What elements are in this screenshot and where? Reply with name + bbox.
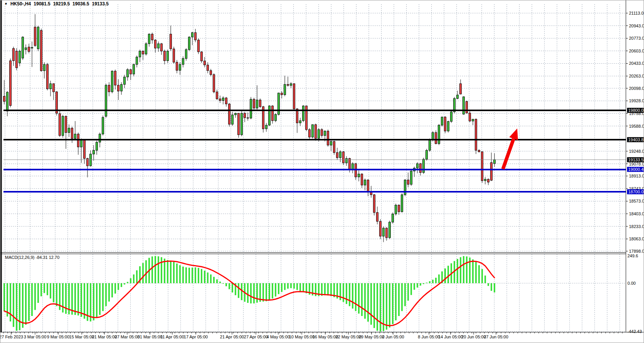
candle-body[interactable] (68, 128, 70, 133)
candle-body[interactable] (327, 131, 329, 145)
time-tick-label[interactable]: 10 May 05:00 (289, 335, 315, 339)
candle-body[interactable] (441, 117, 443, 125)
time-tick-label[interactable]: 4 May 05:00 (267, 335, 290, 339)
candle-body[interactable] (244, 113, 246, 118)
candle-body[interactable] (395, 205, 397, 214)
candle-body[interactable] (241, 113, 243, 135)
candle-body[interactable] (213, 74, 215, 92)
time-tick-label[interactable]: 20 Jun 05:00 (461, 335, 486, 339)
time-tick-label[interactable]: 11 Apr 05:00 (160, 335, 184, 339)
candle-body[interactable] (352, 164, 354, 169)
candle-body[interactable] (299, 121, 301, 123)
candle-body[interactable] (333, 142, 335, 153)
time-tick-label[interactable]: 21 Mar 05:00 (92, 335, 117, 339)
candle-body[interactable] (491, 162, 493, 180)
candle-body[interactable] (469, 113, 471, 121)
candle-body[interactable] (19, 51, 21, 63)
candle-body[interactable] (16, 51, 18, 68)
price-chart-svg[interactable] (0, 0, 644, 343)
time-tick-label[interactable]: 8 Jun 05:00 (418, 335, 440, 339)
candle-body[interactable] (167, 51, 169, 61)
candle-body[interactable] (275, 115, 277, 121)
candle-body[interactable] (195, 32, 197, 40)
candle-body[interactable] (426, 150, 428, 159)
candle-body[interactable] (90, 154, 92, 166)
candle-body[interactable] (207, 65, 209, 71)
candle-body[interactable] (148, 34, 150, 44)
candle-body[interactable] (40, 30, 42, 71)
candle-body[interactable] (65, 116, 67, 132)
candle-body[interactable] (3, 96, 5, 101)
candle-body[interactable] (155, 40, 156, 48)
candle-body[interactable] (343, 152, 345, 163)
candle-body[interactable] (176, 62, 178, 70)
candle-body[interactable] (71, 128, 73, 139)
time-tick-label[interactable]: 14 Jun 05:00 (438, 335, 463, 339)
time-tick-label[interactable]: 15 Mar 05:00 (69, 335, 94, 339)
candle-body[interactable] (281, 93, 283, 95)
candle-body[interactable] (210, 71, 212, 74)
candle-body[interactable] (364, 180, 366, 185)
candle-body[interactable] (185, 50, 187, 59)
candle-body[interactable] (192, 32, 193, 37)
candle-body[interactable] (336, 152, 338, 157)
candle-body[interactable] (383, 228, 385, 236)
candle-body[interactable] (25, 48, 27, 50)
time-tick-label[interactable]: 3 Mar 05:00 (24, 335, 47, 339)
time-tick-label[interactable]: 29 May 05:00 (359, 335, 385, 339)
candle-body[interactable] (158, 44, 160, 48)
candle-body[interactable] (37, 27, 39, 49)
candle-body[interactable] (102, 117, 104, 134)
candle-body[interactable] (216, 92, 218, 99)
candle-body[interactable] (142, 51, 144, 54)
candle-body[interactable] (269, 106, 271, 125)
price-highlight-label[interactable]: 19000.4 (627, 167, 644, 172)
candle-body[interactable] (293, 84, 295, 109)
candle-body[interactable] (420, 164, 422, 172)
candle-body[interactable] (204, 61, 206, 65)
candle-body[interactable] (34, 27, 36, 46)
candle-body[interactable] (444, 117, 446, 131)
candle-body[interactable] (346, 159, 348, 163)
candle-body[interactable] (256, 100, 258, 108)
candle-body[interactable] (386, 228, 388, 238)
candle-body[interactable] (484, 179, 486, 181)
candle-body[interactable] (287, 84, 289, 85)
candle-body[interactable] (145, 44, 147, 54)
price-highlight-label[interactable]: 19800.0 (627, 108, 644, 113)
time-tick-label[interactable]: 17 Apr 05:00 (184, 335, 208, 339)
candle-body[interactable] (62, 116, 64, 135)
candle-body[interactable] (250, 99, 252, 118)
candle-body[interactable] (50, 84, 52, 89)
candle-body[interactable] (423, 159, 425, 173)
candle-body[interactable] (59, 114, 61, 136)
candle-body[interactable] (53, 84, 55, 92)
candle-body[interactable] (22, 37, 24, 58)
candle-body[interactable] (290, 84, 292, 85)
candle-body[interactable] (47, 64, 49, 89)
time-tick-label[interactable]: 31 Mar 05:00 (138, 335, 163, 339)
candle-body[interactable] (105, 85, 107, 117)
candle-body[interactable] (466, 101, 468, 113)
candle-body[interactable] (488, 179, 489, 182)
time-tick-label[interactable]: 27 Mar 05:00 (115, 335, 140, 339)
candle-body[interactable] (432, 133, 434, 140)
candle-body[interactable] (303, 106, 304, 120)
time-tick-label[interactable]: 2 Jun 05:00 (382, 335, 404, 339)
candle-body[interactable] (349, 159, 351, 170)
candle-body[interactable] (179, 64, 181, 70)
candle-body[interactable] (188, 37, 190, 50)
candle-body[interactable] (410, 171, 412, 184)
candle-body[interactable] (429, 140, 431, 150)
candle-body[interactable] (478, 150, 480, 152)
candle-body[interactable] (93, 150, 95, 154)
candle-body[interactable] (130, 69, 132, 74)
candle-body[interactable] (380, 221, 382, 236)
candle-body[interactable] (330, 142, 332, 145)
candle-body[interactable] (118, 85, 119, 91)
candle-body[interactable] (401, 195, 403, 212)
candle-body[interactable] (108, 85, 110, 92)
time-tick-label[interactable]: 16 May 05:00 (313, 335, 338, 339)
candle-body[interactable] (81, 140, 82, 147)
price-highlight-label[interactable]: 19403.8 (627, 137, 644, 142)
